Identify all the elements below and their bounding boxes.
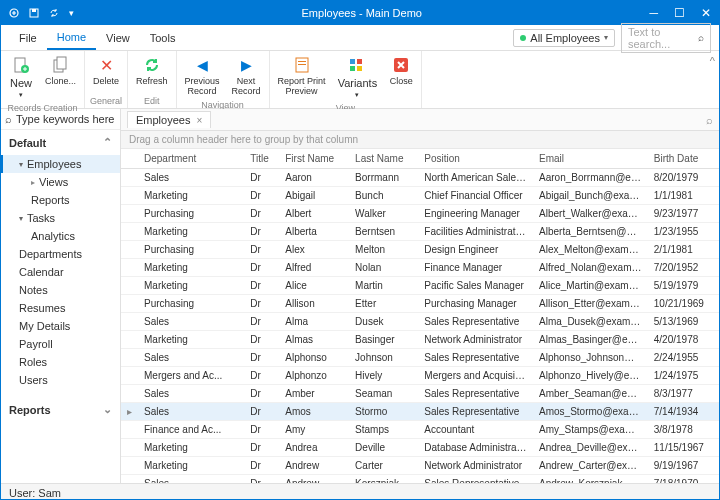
table-row[interactable]: MarketingDrAndrewCarterNetwork Administr… <box>121 457 719 475</box>
sidebar-item-analytics[interactable]: Analytics <box>1 227 120 245</box>
status-user: User: Sam <box>9 487 61 499</box>
document-tabs: Employees × ⌕ <box>121 109 719 131</box>
table-row[interactable]: PurchasingDrAllisonEtterPurchasing Manag… <box>121 295 719 313</box>
table-row[interactable]: ▸SalesDrAmosStormoSales RepresentativeAm… <box>121 403 719 421</box>
ribbon-group-general: General <box>89 95 123 106</box>
svg-rect-6 <box>57 57 66 69</box>
table-row[interactable]: MarketingDrAlfredNolanFinance ManagerAlf… <box>121 259 719 277</box>
chevron-down-icon: ⌄ <box>103 403 112 416</box>
chevron-down-icon: ▾ <box>604 33 608 42</box>
close-button[interactable]: Close <box>385 53 417 102</box>
minimize-button[interactable]: ─ <box>649 6 658 20</box>
svg-rect-10 <box>350 59 355 64</box>
ribbon-group-edit: Edit <box>132 95 172 106</box>
sidebar-item-reports[interactable]: Reports <box>1 191 120 209</box>
menu-tools[interactable]: Tools <box>140 25 186 50</box>
close-window-button[interactable]: ✕ <box>701 6 711 20</box>
table-row[interactable]: PurchasingDrAlbertWalkerEngineering Mana… <box>121 205 719 223</box>
table-row[interactable]: MarketingDrAndreaDevilleDatabase Adminis… <box>121 439 719 457</box>
svg-rect-8 <box>298 61 306 62</box>
table-row[interactable]: MarketingDrAlmasBasingerNetwork Administ… <box>121 331 719 349</box>
col-department[interactable]: Department <box>138 149 244 169</box>
sidebar-item-resumes[interactable]: Resumes <box>1 299 120 317</box>
sidebar-item-calendar[interactable]: Calendar <box>1 263 120 281</box>
sidebar-item-payroll[interactable]: Payroll <box>1 335 120 353</box>
sidebar-section-default[interactable]: Default⌃ <box>1 130 120 155</box>
col-firstname[interactable]: First Name <box>279 149 349 169</box>
chevron-up-icon: ⌃ <box>103 136 112 149</box>
filter-label: All Employees <box>530 32 600 44</box>
svg-rect-11 <box>357 59 362 64</box>
menu-home[interactable]: Home <box>47 25 96 50</box>
table-row[interactable]: MarketingDrAliceMartinPacific Sales Mana… <box>121 277 719 295</box>
variants-button[interactable]: Variants▾ <box>334 53 382 102</box>
group-by-header[interactable]: Drag a column header here to group by th… <box>121 131 719 149</box>
sidebar-item-users[interactable]: Users <box>1 371 120 389</box>
svg-rect-2 <box>32 9 36 12</box>
sidebar-item-departments[interactable]: Departments <box>1 245 120 263</box>
new-button[interactable]: New▾ <box>5 53 37 102</box>
svg-rect-12 <box>350 66 355 71</box>
quick-refresh-icon[interactable] <box>49 8 59 18</box>
sidebar-search-input[interactable]: ⌕Type keywords here <box>1 109 120 130</box>
table-row[interactable]: Finance and Ac...DrAmyStampsAccountantAm… <box>121 421 719 439</box>
search-icon: ⌕ <box>5 113 12 125</box>
menu-bar: File Home View Tools All Employees ▾ Tex… <box>1 25 719 51</box>
table-row[interactable]: SalesDrAaronBorrmannNorth American Sales… <box>121 169 719 187</box>
sidebar: ⌕Type keywords here Default⌃ ▾Employees … <box>1 109 121 483</box>
sidebar-section-reports[interactable]: Reports⌄ <box>1 397 120 422</box>
sidebar-item-views[interactable]: ▸Views <box>1 173 120 191</box>
close-tab-icon[interactable]: × <box>196 115 202 126</box>
main-content: Employees × ⌕ Drag a column header here … <box>121 109 719 483</box>
data-grid[interactable]: Department Title First Name Last Name Po… <box>121 149 719 483</box>
table-row[interactable]: SalesDrAlmaDusekSales RepresentativeAlma… <box>121 313 719 331</box>
ribbon: New▾ Clone... Records Creation ✕Delete G… <box>1 51 719 109</box>
table-row[interactable]: Mergers and Ac...DrAlphonzoHivelyMergers… <box>121 367 719 385</box>
svg-rect-9 <box>298 64 306 65</box>
filter-status-icon <box>520 35 526 41</box>
col-position[interactable]: Position <box>418 149 533 169</box>
sidebar-item-roles[interactable]: Roles <box>1 353 120 371</box>
quick-new-icon[interactable] <box>9 8 19 18</box>
svg-rect-13 <box>357 66 362 71</box>
menu-view[interactable]: View <box>96 25 140 50</box>
table-row[interactable]: MarketingDrAbigailBunchChief Financial O… <box>121 187 719 205</box>
tab-employees[interactable]: Employees × <box>127 111 211 128</box>
maximize-button[interactable]: ☐ <box>674 6 685 20</box>
table-row[interactable]: PurchasingDrAlexMeltonDesign EngineerAle… <box>121 241 719 259</box>
tab-search-icon[interactable]: ⌕ <box>706 114 713 126</box>
sidebar-item-mydetails[interactable]: My Details <box>1 317 120 335</box>
prev-record-button[interactable]: ◀Previous Record <box>181 53 224 99</box>
table-row[interactable]: MarketingDrAlbertaBerntsenFacilities Adm… <box>121 223 719 241</box>
refresh-button[interactable]: Refresh <box>132 53 172 95</box>
filter-dropdown[interactable]: All Employees ▾ <box>513 29 615 47</box>
col-lastname[interactable]: Last Name <box>349 149 418 169</box>
sidebar-item-employees[interactable]: ▾Employees <box>1 155 120 173</box>
chevron-down-icon: ▾ <box>19 160 23 169</box>
col-email[interactable]: Email <box>533 149 648 169</box>
status-bar: User: Sam <box>1 483 719 500</box>
global-search-input[interactable]: Text to search... ⌕ <box>621 23 711 53</box>
table-row[interactable]: SalesDrAmberSeamanSales RepresentativeAm… <box>121 385 719 403</box>
next-record-button[interactable]: ▶Next Record <box>228 53 265 99</box>
table-row[interactable]: SalesDrAlphonsoJohnsonSales Representati… <box>121 349 719 367</box>
menu-file[interactable]: File <box>9 25 47 50</box>
clone-button[interactable]: Clone... <box>41 53 80 102</box>
col-birthdate[interactable]: Birth Date <box>648 149 719 169</box>
sidebar-item-notes[interactable]: Notes <box>1 281 120 299</box>
delete-button[interactable]: ✕Delete <box>89 53 123 95</box>
quick-save-icon[interactable] <box>29 8 39 18</box>
title-bar: ▾ Employees - Main Demo ─ ☐ ✕ <box>1 1 719 25</box>
report-preview-button[interactable]: Report Print Preview <box>274 53 330 102</box>
window-title: Employees - Main Demo <box>74 7 649 19</box>
table-row[interactable]: SalesDrAndrewKorszniakSales Representati… <box>121 475 719 484</box>
search-icon: ⌕ <box>698 32 704 43</box>
ribbon-collapse-icon[interactable]: ^ <box>706 51 719 108</box>
sidebar-item-tasks[interactable]: ▾Tasks <box>1 209 120 227</box>
col-title[interactable]: Title <box>244 149 279 169</box>
